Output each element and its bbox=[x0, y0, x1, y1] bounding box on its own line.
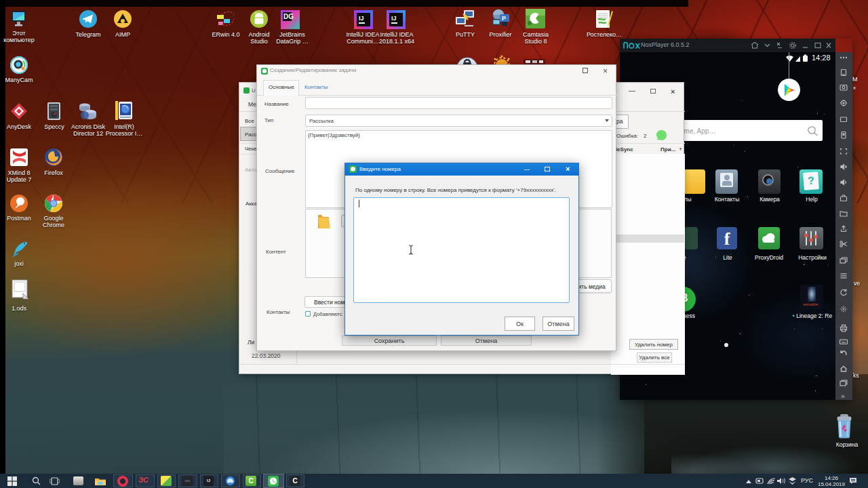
svg-text:P: P bbox=[502, 15, 506, 22]
svg-text:DG: DG bbox=[283, 13, 294, 20]
svg-text:»: » bbox=[841, 392, 845, 400]
svg-text:IJ: IJ bbox=[359, 15, 364, 22]
svg-text:IJ: IJ bbox=[391, 15, 397, 22]
